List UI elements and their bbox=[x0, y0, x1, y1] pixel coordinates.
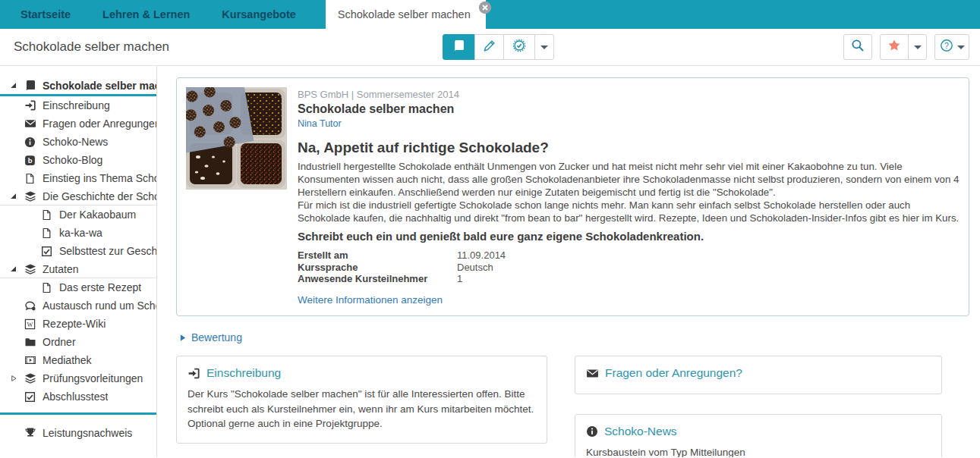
wiki-icon: W bbox=[24, 318, 37, 330]
caret-down-icon bbox=[957, 45, 965, 49]
sidebar-item-label: Das erste Rezept bbox=[59, 281, 141, 293]
card-fragen-title-link[interactable]: Fragen oder Anregungen? bbox=[586, 366, 931, 380]
file-icon bbox=[41, 209, 54, 221]
card-schoko-news-body: Kursbaustein vom Typ Mitteilungen bbox=[586, 445, 931, 457]
sidebar-item-label: Der Kakaobaum bbox=[59, 209, 136, 221]
expander-collapsed-icon[interactable] bbox=[9, 374, 24, 383]
course-owner-semester: BPS GmbH | Sommersemester 2014 bbox=[298, 89, 960, 100]
card-fragen-oder-anregungen: Fragen oder Anregungen? bbox=[575, 356, 942, 394]
course-main-content: BPS GmbH | Sommersemester 2014 Schokolad… bbox=[157, 66, 980, 457]
search-icon bbox=[851, 39, 865, 55]
tab-schokolade-selber-machen[interactable]: Schokolade selber machen bbox=[326, 0, 486, 29]
sidebar-item-label: Abschlusstest bbox=[43, 391, 108, 403]
sidebar-item-zutaten[interactable]: Zutaten bbox=[0, 260, 156, 278]
course-menu-tree: Schokolade selber machen Einschreibung F… bbox=[0, 66, 157, 457]
sidebar-item-label: Ordner bbox=[43, 336, 76, 348]
card-title: Schoko-News bbox=[604, 425, 677, 438]
search-button[interactable] bbox=[843, 34, 872, 60]
sidebar-item-label: ka-ka-wa bbox=[59, 227, 102, 239]
bewertung-label: Bewertung bbox=[191, 331, 242, 344]
detail-label: Anwesende Kursteilnehmer bbox=[298, 273, 457, 284]
bookmark-button-group bbox=[880, 34, 927, 60]
sidebar-item-label: Schoko-Blog bbox=[43, 154, 102, 166]
sidebar-item-pruefungsvorleitungen[interactable]: Prüfungsvorleitungen bbox=[0, 369, 156, 387]
info-icon bbox=[586, 425, 598, 438]
sidebar-item-label: Mediathek bbox=[43, 354, 92, 366]
sidebar-item-einstieg-ins-thema[interactable]: Einstieg ins Thema Schokolade bbox=[0, 169, 156, 187]
course-run-button[interactable] bbox=[443, 34, 475, 60]
sidebar-item-ordner[interactable]: Ordner bbox=[0, 333, 156, 351]
card-einschreibung: Einschreibung Der Kurs "Schokolade selbe… bbox=[176, 356, 547, 444]
page-title: Schokolade selber machen bbox=[14, 39, 169, 55]
sidebar-item-austausch[interactable]: Austausch rund um Schokolade bbox=[0, 296, 156, 315]
info-icon bbox=[24, 136, 37, 148]
svg-text:W: W bbox=[27, 320, 33, 328]
sidebar-item-ka-ka-wa[interactable]: ka-ka-wa bbox=[0, 224, 156, 242]
triangle-right-icon bbox=[179, 334, 186, 342]
bewertung-toggle[interactable]: Bewertung bbox=[179, 331, 969, 344]
sidebar-item-fragen-oder-anregungen[interactable]: Fragen oder Anregungen? bbox=[0, 114, 156, 133]
application-window: Startseite Lehren & Lernen Kursangebote … bbox=[0, 0, 980, 458]
sidebar-item-das-erste-rezept[interactable]: Das erste Rezept bbox=[0, 278, 156, 296]
edit-pencil-icon bbox=[484, 39, 496, 55]
course-author-link[interactable]: Nina Tutor bbox=[298, 118, 342, 129]
detail-value: 1 bbox=[457, 273, 462, 284]
sidebar-item-selbsttest[interactable]: Selbsttest zur Geschichte bbox=[0, 242, 156, 260]
course-image bbox=[186, 87, 287, 190]
sidebar-item-rezepte-wiki[interactable]: W Rezepte-Wiki bbox=[0, 315, 156, 333]
bookmark-star-button[interactable] bbox=[880, 34, 909, 60]
course-tools-dropdown-button[interactable] bbox=[534, 34, 554, 60]
bookmark-star-icon bbox=[887, 39, 901, 55]
expander-expanded-icon[interactable] bbox=[9, 81, 24, 90]
card-einschreibung-body: Der Kurs "Schokolade selber machen" ist … bbox=[187, 387, 536, 431]
card-schoko-news-title-link[interactable]: Schoko-News bbox=[586, 425, 931, 438]
course-book-icon bbox=[452, 39, 465, 55]
sidebar-item-mediathek[interactable]: Mediathek bbox=[0, 351, 156, 369]
tab-lehren-lernen[interactable]: Lehren & Lernen bbox=[90, 0, 203, 29]
layers-icon bbox=[24, 190, 37, 202]
course-view-button-group bbox=[443, 34, 554, 60]
sidebar-item-abschlusstest[interactable]: Abschlusstest bbox=[0, 387, 156, 406]
sidebar-item-label: Leistungsnachweis bbox=[43, 427, 132, 439]
sidebar-item-der-kakaobaum[interactable]: Der Kakaobaum bbox=[0, 205, 156, 224]
detail-label: Erstellt am bbox=[298, 249, 457, 261]
close-icon[interactable] bbox=[478, 1, 492, 14]
card-schoko-news: Schoko-News Kursbaustein vom Typ Mitteil… bbox=[575, 414, 942, 457]
card-einschreibung-title-link[interactable]: Einschreibung bbox=[187, 366, 536, 380]
course-detail-row: Kurssprache Deutsch bbox=[298, 262, 960, 273]
expander-expanded-icon[interactable] bbox=[9, 192, 24, 201]
sidebar-item-course-root[interactable]: Schokolade selber machen bbox=[0, 77, 156, 96]
course-title: Schokolade selber machen bbox=[298, 102, 960, 116]
file-icon bbox=[41, 227, 54, 239]
expander-expanded-icon[interactable] bbox=[9, 265, 24, 274]
top-navigation: Startseite Lehren & Lernen Kursangebote … bbox=[0, 0, 980, 29]
file-icon bbox=[41, 282, 54, 293]
sidebar-item-label: Einstieg ins Thema Schokolade bbox=[43, 172, 156, 184]
sidebar-item-leistungsnachweis[interactable]: Leistungsnachweis bbox=[0, 424, 156, 442]
media-icon bbox=[24, 354, 37, 366]
sidebar-item-schoko-blog[interactable]: b Schoko-Blog bbox=[0, 151, 156, 169]
svg-text:b: b bbox=[28, 157, 33, 165]
course-description-paragraph-1: Industriell hergestellte Schokolade enth… bbox=[298, 161, 960, 199]
sidebar-item-geschichte-der-schokolade[interactable]: Die Geschichte der Schokolade bbox=[0, 187, 156, 205]
trophy-icon bbox=[24, 427, 37, 439]
sidebar-item-label: Selbsttest zur Geschichte bbox=[59, 245, 156, 257]
sidebar-item-schoko-news[interactable]: Schoko-News bbox=[0, 133, 156, 151]
help-button[interactable]: ? bbox=[934, 34, 969, 60]
course-info-card: BPS GmbH | Sommersemester 2014 Schokolad… bbox=[176, 77, 969, 316]
more-information-link[interactable]: Weitere Informationen anzeigen bbox=[298, 294, 443, 306]
course-certificate-button[interactable] bbox=[503, 34, 535, 60]
sidebar-item-einschreibung[interactable]: Einschreibung bbox=[0, 96, 156, 114]
tab-startseite[interactable]: Startseite bbox=[8, 0, 84, 29]
sidebar-item-label: Fragen oder Anregungen? bbox=[43, 118, 156, 130]
sidebar-item-label: Die Geschichte der Schokolade bbox=[43, 190, 156, 202]
toolbar-right-buttons: ? bbox=[843, 34, 969, 60]
bookmark-dropdown-button[interactable] bbox=[908, 34, 927, 60]
sidebar-item-label: Zutaten bbox=[43, 263, 78, 275]
sidebar-item-label: Schokolade selber machen bbox=[43, 80, 156, 92]
sidebar-divider bbox=[0, 413, 156, 415]
course-element-cards: Einschreibung Der Kurs "Schokolade selbe… bbox=[176, 356, 969, 457]
course-edit-button[interactable] bbox=[474, 34, 504, 60]
detail-value: Deutsch bbox=[457, 262, 493, 273]
tab-kursangebote[interactable]: Kursangebote bbox=[209, 0, 309, 29]
